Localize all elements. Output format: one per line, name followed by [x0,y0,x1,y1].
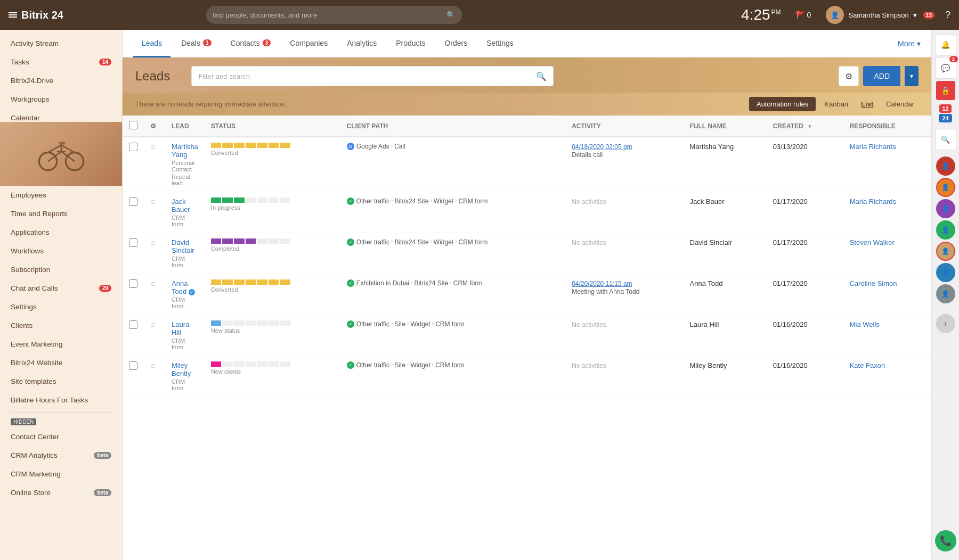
notification-badge[interactable]: 13 [923,12,934,19]
favorite-star-icon[interactable]: ☆ [174,70,183,82]
leads-search-input[interactable] [198,72,536,80]
lead-name[interactable]: Martisha Yang [172,143,198,159]
col-gear[interactable]: ⚙ [144,116,165,137]
col-created-header[interactable]: CREATED ▼ [767,116,843,137]
drag-handle-icon[interactable]: ≡ [150,279,155,289]
tab-products[interactable]: Products [387,30,434,57]
tab-analytics[interactable]: Analytics [338,30,385,57]
tab-orders[interactable]: Orders [436,30,476,57]
avatar-4[interactable]: 👤 [936,220,955,240]
responsible-name[interactable]: Maria Richards [850,197,896,205]
expand-button[interactable]: › [936,314,955,333]
sidebar-item-event-marketing[interactable]: Event Marketing [0,335,122,353]
col-client-path-header[interactable]: CLIENT PATH [340,116,566,137]
search-button[interactable]: 🔍 [935,129,956,150]
sidebar-item-website[interactable]: Bitrix24 Website [0,353,122,372]
bitrix-counter-wrap[interactable]: 12 24 [939,104,952,122]
row-checkbox[interactable] [129,320,137,329]
responsible-name[interactable]: Steven Walker [850,238,895,246]
sidebar-item-site-templates[interactable]: Site templates [0,372,122,391]
row-checkbox[interactable] [129,143,137,151]
tab-more[interactable]: More ▾ [898,39,921,48]
row-checkbox[interactable] [129,279,137,288]
avatar-6[interactable]: 👤 [936,263,955,282]
hamburger-menu-icon[interactable] [9,12,17,18]
sidebar-item-crm-analytics[interactable]: CRM Analytics beta [0,446,122,465]
lock-button[interactable]: 🔒 [936,81,955,100]
tab-deals[interactable]: Deals 1 [173,30,220,57]
lead-name[interactable]: Jack Bauer [172,197,190,213]
lead-name[interactable]: Laura Hill [172,320,189,336]
avatar-2[interactable]: 👤 [936,178,955,197]
phone-call-button[interactable]: 📞 [935,530,956,551]
sidebar-item-online-store[interactable]: Online Store beta [0,483,122,502]
avatar-3[interactable]: 👤 [936,199,955,218]
sidebar-item-employees[interactable]: Employees [0,186,122,204]
avatar-5[interactable]: 👤 [936,242,955,261]
sidebar-item-activity-stream[interactable]: Activity Stream [0,34,122,53]
help-button[interactable]: ? [945,10,950,21]
drag-handle-icon[interactable]: ≡ [150,361,155,370]
deals-badge: 1 [203,39,212,46]
sidebar-item-applications[interactable]: Applications [0,223,122,242]
drag-handle-icon[interactable]: ≡ [150,320,155,330]
responsible-name[interactable]: Mia Wells [850,320,880,328]
responsible-name[interactable]: Kate Faxon [850,361,885,369]
automation-rules-button[interactable]: Automation rules [749,97,816,111]
global-search-input[interactable] [213,11,446,19]
add-dropdown-button[interactable]: ▾ [905,66,919,86]
activity-date[interactable]: 04/20/2020 11:15 am [572,280,632,287]
col-status-header[interactable]: STATUS [205,116,340,137]
sidebar-item-workgroups[interactable]: Workgroups [0,90,122,109]
sidebar-item-workflows[interactable]: Workflows [0,242,122,260]
sidebar-item-subscription[interactable]: Subscription [0,260,122,279]
sidebar-item-tasks[interactable]: Tasks 14 [0,53,122,71]
tab-contacts[interactable]: Contacts 3 [222,30,280,57]
col-activity-header[interactable]: ACTIVITY [565,116,683,137]
row-checkbox[interactable] [129,197,137,206]
add-button[interactable]: ADD [863,66,900,86]
sidebar-item-crm-marketing[interactable]: CRM Marketing [0,465,122,483]
sidebar-item-time-reports[interactable]: Time and Reports [0,204,122,223]
calendar-view-button[interactable]: Calendar [882,98,919,110]
bitrix-counter[interactable]: 12 [939,104,951,113]
global-search-bar[interactable]: 🔍 [206,6,462,24]
drag-handle-icon[interactable]: ≡ [150,197,155,207]
sidebar-item-chat-calls[interactable]: Chat and Calls 29 [0,279,122,298]
kanban-view-button[interactable]: Kanban [820,98,852,110]
sidebar-item-billable-hours[interactable]: Billable Hours For Tasks [0,391,122,409]
drag-handle-icon[interactable]: ≡ [150,238,155,248]
avatar-1[interactable]: 👤 [936,157,955,176]
activity-date[interactable]: 04/18/2020 02:05 pm [572,143,632,151]
col-fullname-header[interactable]: FULL NAME [684,116,767,137]
responsible-name[interactable]: Maria Richards [850,143,896,151]
select-all-checkbox[interactable] [129,121,137,129]
lead-name[interactable]: Anna Todd [172,279,188,295]
notifications-button[interactable]: 🔔 [935,34,956,55]
tab-companies[interactable]: Companies [281,30,336,57]
table-settings-button[interactable]: ⚙ [839,66,859,86]
col-responsible-header[interactable]: RESPONSIBLE [843,116,931,137]
row-checkbox[interactable] [129,361,137,370]
bitrix-logo-btn[interactable]: 24 [939,114,952,122]
responsible-name[interactable]: Caroline Simon [850,279,897,287]
list-view-button[interactable]: List [857,98,877,110]
tab-settings[interactable]: Settings [478,30,522,57]
sidebar-item-drive[interactable]: Bitrix24.Drive [0,71,122,90]
user-profile[interactable]: 👤 Samantha Simpson ▾ [826,6,916,24]
topbar-logo[interactable]: Bitrix 24 [9,9,63,21]
avatar-7[interactable]: 👤 [936,284,955,303]
chat-button[interactable]: 💬 2 [935,57,956,79]
tab-leads[interactable]: Leads [133,30,170,57]
full-name-cell: Miley Bently [684,356,767,397]
lead-name[interactable]: David Sinclair [172,238,194,254]
leads-search-bar[interactable]: 🔍 [191,66,554,86]
row-checkbox[interactable] [129,238,137,247]
client-path-icon: ✓ [347,361,354,369]
drag-handle-icon[interactable]: ≡ [150,143,155,152]
col-lead-header[interactable]: LEAD [165,116,205,137]
sidebar-item-clients[interactable]: Clients [0,316,122,335]
lead-name[interactable]: Miley Bently [172,361,191,377]
sidebar-item-settings[interactable]: Settings [0,298,122,316]
sidebar-item-contact-center[interactable]: Contact Center [0,427,122,446]
